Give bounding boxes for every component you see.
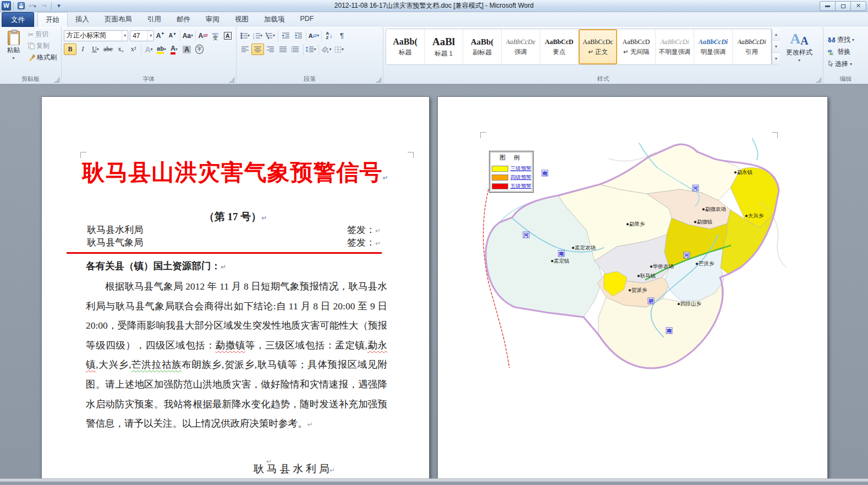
replace-button[interactable]: abac 替换 [826,46,866,58]
tab-引用[interactable]: 引用 [140,12,169,27]
sort-button[interactable]: AZ↓ [323,30,336,41]
style-标题1[interactable]: AaBl标题 1 [425,29,463,64]
format-painter-button[interactable]: 格式刷 [26,52,59,63]
redo-button[interactable]: ↪ [39,1,49,10]
title-bar: W ↩▾ ↪ ▾ 2012-11-08 16-17山洪灾害预警文档.doc [兼… [0,0,868,12]
style-无间隔[interactable]: AaBbCcD↵ 无间隔 [617,29,656,64]
body-paragraph[interactable]: 根据耿马县气象局 2012 年 11 月 8 日短期气象预报情况，耿马县水利局与… [86,277,387,435]
save-icon [18,2,25,9]
tab-审阅[interactable]: 审阅 [198,12,227,27]
styles-gallery: AaBb(标题AaBl标题 1AaBb(副标题AaBbCcDe强调AaBbCcD… [386,29,772,65]
map-label-勐撒农场: ●勐撒农场 [702,206,726,212]
document-page-2[interactable]: 图 例 三级预警四级预警五级预警 ●勐永镇●勐撒农场●勐撒镇●大兴乡●勐简乡●孟… [437,96,828,482]
tab-视图[interactable]: 视图 [227,12,256,27]
bold-button[interactable]: B [64,43,76,55]
document-page-1[interactable]: 耿马县山洪灾害气象预警信号↵ （第 17 号）↵ 耿马县水利局签发：↵耿马县气象… [41,96,430,482]
legend-item: 五级预警 [492,183,531,190]
multilevel-list-button[interactable]: ▾ [264,30,277,41]
divider [51,2,52,10]
subscript-button[interactable]: x₂ [114,43,127,55]
font-size-combo[interactable]: 47▾ [130,30,154,41]
style-强调[interactable]: AaBbCcDe强调 [502,29,540,64]
text-effects-button[interactable]: A▾ [142,43,155,55]
select-button[interactable]: 选择▾ [826,58,866,70]
justify-button[interactable] [277,43,289,55]
strikethrough-button[interactable]: abe [102,43,114,55]
svg-text:3: 3 [253,37,255,39]
character-shading-button[interactable]: A [180,43,193,55]
select-icon [828,61,833,67]
tab-插入[interactable]: 插入 [68,12,97,27]
map-label-孟定镇: ●孟定镇 [551,258,569,264]
enclose-characters-button[interactable]: 字 [193,43,206,55]
font-dialog-launcher[interactable] [229,77,234,83]
window-controls: ✕ [820,1,868,11]
salutation: 各有关县（镇）国土资源部门：↵ [86,259,226,273]
clipboard-dialog-launcher[interactable] [54,77,59,83]
numbering-button[interactable]: 123▾ [251,30,264,41]
copy-button[interactable]: 复制 [26,40,59,52]
shrink-font-button[interactable]: A▼ [167,30,179,41]
svg-text:南: 南 [542,171,547,176]
paste-button[interactable]: 粘贴▾ [2,29,25,63]
paragraph-dialog-launcher[interactable] [376,77,381,83]
style-明显强调[interactable]: AaBbCcDi明显强调 [694,29,733,64]
tab-file[interactable]: 文件 [2,12,34,27]
gallery-more[interactable]: ▼ [772,53,780,65]
superscript-button[interactable]: x² [127,43,140,55]
show-hide-marks-button[interactable]: ¶ [336,30,348,41]
align-center-button[interactable] [251,43,264,55]
line-spacing-button[interactable]: ▾ [305,43,317,55]
find-button[interactable]: 查找▾ [826,34,866,46]
close-button[interactable]: ✕ [850,1,866,11]
tab-PDF[interactable]: PDF [293,12,322,27]
tab-开始[interactable]: 开始 [37,12,68,27]
font-name-combo[interactable]: 方正小标宋简▾ [64,30,128,41]
tab-页面布局[interactable]: 页面布局 [97,12,140,27]
save-button[interactable] [16,1,26,10]
font-color-button[interactable]: A▾ [168,43,180,55]
styles-dialog-launcher[interactable] [816,77,821,83]
highlight-color-button[interactable]: ab▾ [155,43,168,55]
map-label-华侨农场: ●华侨农场 [650,263,674,269]
minimize-button[interactable] [820,1,836,11]
style-标题[interactable]: AaBb(标题 [386,29,425,64]
style-副标题[interactable]: AaBb(副标题 [463,29,502,64]
svg-text:河: 河 [684,253,689,258]
style-要点[interactable]: AaBbCcD要点 [540,29,579,64]
customize-qat-button[interactable]: ▾ [54,1,64,10]
gallery-scroll-up[interactable]: ▲ [772,29,780,41]
bullets-button[interactable]: ▾ [239,30,251,41]
asian-layout-button[interactable]: A⇄▾ [307,30,320,41]
style-不明显强调[interactable]: AaBbCcDi不明显强调 [656,29,694,64]
style-正文[interactable]: AaBbCcDc↵ 正文 [579,29,617,64]
italic-button[interactable]: I [76,43,89,55]
align-left-button[interactable] [239,43,251,55]
river-label-河: 河 [693,185,699,191]
change-styles-button[interactable]: A A 更改样式▾ [782,29,816,65]
phonetic-guide-button[interactable]: wén变 [209,30,221,41]
change-case-button[interactable]: Aa▾ [182,30,194,41]
legend-item: 三级预警 [492,165,531,172]
undo-button[interactable]: ↩▾ [28,1,37,10]
shading-button[interactable]: ▾ [320,43,333,55]
character-border-button[interactable]: A [222,30,234,41]
tab-加载项[interactable]: 加载项 [256,12,293,27]
align-right-button[interactable] [264,43,277,55]
underline-button[interactable]: U▾ [89,43,102,55]
svg-text:河: 河 [523,232,529,238]
style-引用[interactable]: AaBbCcDi引用 [733,29,771,64]
gallery-scroll-down[interactable]: ▼ [772,41,780,53]
grow-font-button[interactable]: A▲ [154,30,166,41]
river-label-河: 河 [523,232,529,238]
clear-formatting-button[interactable]: A [197,30,209,41]
restore-button[interactable] [835,1,851,11]
word-application-icon[interactable]: W [2,1,11,10]
distribute-button[interactable] [289,43,302,55]
borders-button[interactable]: ▾ [333,43,345,55]
cut-button[interactable]: ✂剪切 [26,29,59,40]
increase-indent-button[interactable] [292,30,305,41]
issue-number: （第 17 号）↵ [42,210,429,224]
decrease-indent-button[interactable] [279,30,292,41]
tab-邮件[interactable]: 邮件 [169,12,198,27]
